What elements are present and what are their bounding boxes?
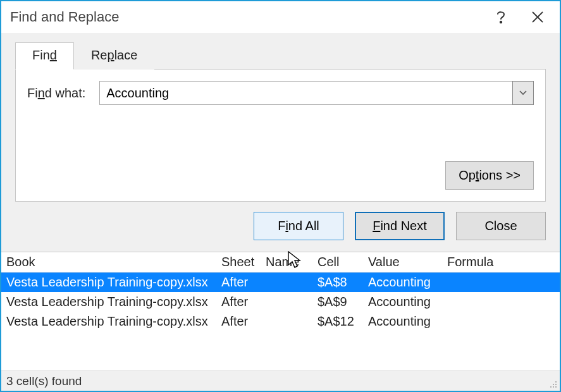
- chevron-down-icon: [519, 90, 527, 95]
- results-row[interactable]: Vesta Leadership Training-copy.xlsx Afte…: [1, 312, 560, 331]
- close-icon[interactable]: [519, 4, 556, 30]
- find-what-combo: [99, 81, 534, 105]
- col-value[interactable]: Value: [368, 255, 447, 269]
- col-cell[interactable]: Cell: [317, 255, 368, 269]
- close-button[interactable]: Close: [456, 212, 546, 240]
- results-header: Book Sheet Name Cell Value Formula: [1, 252, 560, 273]
- svg-point-4: [553, 384, 554, 385]
- titlebar: Find and Replace: [1, 1, 560, 33]
- col-book[interactable]: Book: [6, 255, 221, 269]
- svg-point-0: [500, 21, 502, 23]
- results-row[interactable]: Vesta Leadership Training-copy.xlsx Afte…: [1, 273, 560, 292]
- results-row[interactable]: Vesta Leadership Training-copy.xlsx Afte…: [1, 292, 560, 312]
- find-replace-dialog: Find and Replace Find Replace: [0, 0, 561, 392]
- status-bar: 3 cell(s) found: [1, 371, 560, 391]
- col-formula[interactable]: Formula: [447, 255, 560, 269]
- find-all-button[interactable]: Find All: [254, 212, 343, 240]
- resize-grip-icon[interactable]: [548, 379, 557, 388]
- col-name[interactable]: Name: [266, 255, 317, 269]
- svg-point-3: [555, 381, 557, 383]
- status-text: 3 cell(s) found: [6, 374, 82, 388]
- window-title: Find and Replace: [10, 9, 483, 25]
- find-what-input[interactable]: [99, 81, 512, 105]
- dialog-body: Find Replace Find what:: [1, 33, 560, 252]
- tab-replace[interactable]: Replace: [74, 42, 154, 70]
- tab-find[interactable]: Find: [15, 42, 74, 70]
- tab-panel-find: Find what: Options >>: [15, 69, 546, 202]
- find-what-label: Find what:: [27, 86, 88, 101]
- find-what-dropdown[interactable]: [512, 81, 534, 105]
- options-button[interactable]: Options >>: [445, 161, 534, 190]
- svg-point-7: [553, 386, 554, 388]
- find-what-row: Find what:: [27, 81, 534, 105]
- dialog-buttons: Find All Find Next Close: [15, 202, 546, 243]
- col-sheet[interactable]: Sheet: [221, 255, 266, 269]
- tabstrip: Find Replace: [15, 42, 546, 70]
- results-grid: Book Sheet Name Cell Value Formula Vesta…: [1, 252, 560, 371]
- help-button[interactable]: [483, 4, 519, 30]
- svg-point-5: [555, 384, 557, 385]
- svg-point-8: [555, 386, 557, 388]
- svg-point-6: [550, 386, 552, 388]
- find-next-button[interactable]: Find Next: [355, 212, 445, 240]
